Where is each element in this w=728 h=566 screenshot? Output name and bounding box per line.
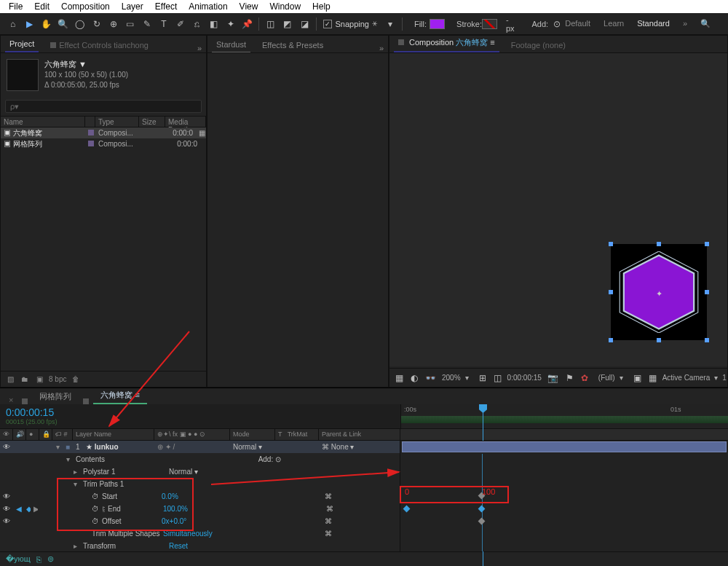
interpret-icon[interactable]: ▧ (5, 374, 15, 385)
zoom-tool-icon[interactable]: 🔍 (56, 17, 70, 31)
keyframe-end-1[interactable] (478, 506, 486, 513)
clone-tool-icon[interactable]: ⎌ (190, 17, 204, 31)
home-icon[interactable]: ⌂ (6, 17, 20, 31)
timeline-tab-1[interactable]: 网格阵列 (32, 389, 79, 404)
panel-menu-icon[interactable]: » (197, 44, 202, 52)
workspace-more-icon[interactable]: » (683, 19, 687, 28)
stopwatch-icon[interactable]: ⏱ (89, 517, 99, 525)
project-search[interactable]: ρ▾ (5, 100, 202, 113)
time-ruler[interactable]: :00s 01s 02s (400, 404, 728, 428)
col-size[interactable]: Size (139, 117, 165, 127)
twirl-icon[interactable]: ▾ (52, 443, 63, 451)
stroke-label[interactable]: Stroke: (456, 20, 482, 28)
res-icon[interactable]: ⊞ (479, 371, 486, 385)
mask-icon[interactable]: ◐ (411, 371, 418, 385)
hand-tool-icon[interactable]: ✋ (39, 17, 53, 31)
tab-stardust[interactable]: Stardust (212, 37, 250, 52)
col-label-icon[interactable]: 🏷 # (52, 429, 73, 440)
timeline-close-icon[interactable]: × (9, 396, 13, 404)
menu-help[interactable]: Help (306, 1, 336, 12)
stopwatch-icon[interactable]: ⏱ (89, 505, 99, 513)
trim-multiple-row[interactable]: Trim Multiple Shapes Simultaneously ⌘ (0, 527, 400, 540)
tab-effects-presets[interactable]: Effects & Presets (258, 38, 328, 52)
motion-blur-icon[interactable]: ⊚ (47, 554, 54, 564)
polystar-row[interactable]: ▸ Polystar 1 Normal ▾ (0, 465, 400, 478)
stroke-width[interactable]: - px (506, 15, 518, 33)
tab-project[interactable]: Project (5, 36, 39, 52)
toggle-switches-icon[interactable]: �ующ (6, 554, 31, 564)
local-axis-icon[interactable]: ◫ (264, 17, 277, 31)
col-layer-name[interactable]: Layer Name (73, 429, 154, 440)
views-dropdown[interactable]: 1 View (722, 374, 728, 382)
col-trkmat[interactable]: T TrkMat (275, 429, 319, 440)
trimpaths-row[interactable]: ▾ Trim Paths 1 (0, 478, 400, 490)
keyframe-offset[interactable] (478, 518, 486, 525)
timeline-tab-2[interactable]: 六角蜂窝 ≡ (93, 388, 146, 404)
menu-animation[interactable]: Animation (183, 1, 233, 12)
col-mode[interactable]: Mode (230, 429, 275, 440)
layer-row-1[interactable]: 👁 ▾ ■ 1 ★ lunkuo ⊕ ✦ / Normal ▾ ⌘ None ▾ (0, 441, 400, 453)
workspace-learn[interactable]: Learn (604, 19, 624, 28)
menu-file[interactable]: File (3, 1, 28, 12)
color-mgmt-icon[interactable]: ✿ (581, 371, 588, 385)
menu-effect[interactable]: Effect (149, 1, 183, 12)
layer1-bar[interactable] (402, 441, 727, 452)
col-switches[interactable]: ⊕✦\ fx ▣ ● ● ⊙ (154, 429, 230, 440)
end-row[interactable]: 👁 ◀ ◆ ▶ ⏱ ⊵ End 100.0% ⌘ (0, 503, 400, 515)
eraser-tool-icon[interactable]: ◧ (207, 17, 221, 31)
stopwatch-icon[interactable]: ⏱ (89, 492, 99, 500)
end-value[interactable]: 100.0% (160, 505, 223, 513)
tab-footage[interactable]: Footage (none) (507, 38, 570, 52)
new-comp-icon[interactable]: ▣ (34, 374, 44, 385)
project-row[interactable]: ▣ 六角蜂窝 Composi... 0:00:0 ▦ (1, 127, 206, 138)
panel-menu-icon[interactable]: » (379, 44, 384, 52)
eye-icon[interactable]: 👁 (0, 443, 13, 451)
col-name[interactable]: Name (1, 117, 85, 127)
puppet-tool-icon[interactable]: 📌 (240, 17, 254, 31)
tab-effect-controls[interactable]: Effect Controls tianchong (46, 38, 153, 52)
menu-window[interactable]: Window (264, 1, 306, 12)
menu-composition[interactable]: Composition (55, 1, 116, 12)
bpc-toggle[interactable]: 8 bpc (49, 375, 66, 383)
add-label[interactable]: Add: (531, 20, 548, 28)
fill-label[interactable]: Fill: (414, 20, 427, 28)
col-eye-icon[interactable]: 👁 (0, 429, 13, 440)
contents-row[interactable]: ▾ Contents Add: ⊙ (0, 453, 400, 465)
timeline-tracks[interactable]: 0 100 (400, 441, 728, 551)
col-mediadur[interactable]: Media Durati (165, 117, 206, 127)
view-axis-icon[interactable]: ◪ (297, 17, 311, 31)
frame-blend-icon[interactable]: ⎘ (36, 555, 41, 564)
rotate-tool-icon[interactable]: ↻ (90, 17, 103, 31)
orbit-tool-icon[interactable]: ◯ (73, 17, 87, 31)
camera-dropdown[interactable]: Active Camera (662, 374, 711, 382)
offset-value[interactable]: 0x+0.0° (159, 517, 221, 525)
glasses-icon[interactable]: 👓 (425, 371, 436, 385)
workspace-standard[interactable]: Standard (637, 19, 670, 28)
offset-row[interactable]: 👁 ⏱ Offset 0x+0.0° ⌘ (0, 515, 400, 527)
anchor-point-icon[interactable]: ✦ (656, 289, 662, 299)
col-lock-icon[interactable]: 🔒 (39, 429, 52, 440)
channel-icon[interactable]: ◫ (494, 371, 502, 385)
col-label[interactable] (85, 117, 95, 127)
resolution-dropdown[interactable]: (Full) (598, 374, 615, 382)
transparency-icon[interactable]: ▦ (649, 371, 657, 385)
snap-opts-icon[interactable]: ▾ (384, 17, 397, 31)
fill-swatch[interactable] (430, 19, 445, 29)
keyframe-end-0[interactable] (403, 506, 411, 513)
current-timecode[interactable]: 0:00:00:15 (6, 406, 395, 418)
workspace-default[interactable]: Default (565, 19, 590, 28)
start-row[interactable]: 👁 ⏱ Start 0.0% ⌘ (0, 490, 400, 503)
snapshot-icon[interactable]: 📷 (547, 371, 558, 385)
type-tool-icon[interactable]: T (157, 17, 170, 31)
zoom-level[interactable]: 200% (442, 374, 461, 382)
start-value[interactable]: 0.0% (159, 492, 221, 500)
selection-tool-icon[interactable]: ▶ (23, 17, 36, 31)
viewer-timecode[interactable]: 0:00:00:15 (507, 374, 542, 382)
add-menu-icon[interactable]: ⊙ (550, 17, 563, 31)
stroke-swatch[interactable] (482, 19, 497, 29)
menu-view[interactable]: View (234, 1, 264, 12)
show-snapshot-icon[interactable]: ⚑ (566, 371, 574, 385)
project-item-title[interactable]: 六角蜂窝 ▼ (44, 59, 128, 70)
region-icon[interactable]: ▣ (633, 371, 641, 385)
transform-row[interactable]: ▸ Transform Reset (0, 540, 400, 551)
